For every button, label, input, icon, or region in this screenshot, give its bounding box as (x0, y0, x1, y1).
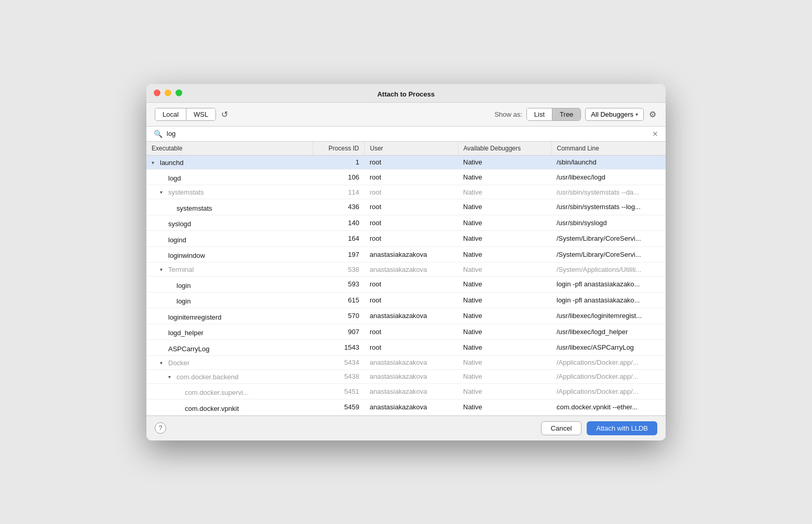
footer-actions: Cancel Attach with LLDB (541, 421, 657, 435)
exe-name: logd (168, 174, 181, 182)
local-wsl-group: Local WSL (155, 108, 216, 121)
debuggers-dropdown[interactable]: All Debuggers ▾ (585, 108, 644, 121)
cmdline-cell: login -pfl anastasiakazako... (551, 292, 666, 308)
debuggers-cell: Native (458, 185, 551, 199)
pid-cell: 114 (313, 185, 364, 199)
exe-cell: logind (146, 231, 313, 247)
maximize-button[interactable] (175, 90, 182, 96)
exe-name: systemstats (168, 188, 204, 196)
exe-cell: systemstats (146, 199, 313, 215)
search-input[interactable] (167, 130, 648, 137)
debuggers-cell: Native (458, 292, 551, 308)
table-row[interactable]: ▾launchd1rootNative/sbin/launchd (146, 155, 666, 169)
exe-name: logd_helper (168, 329, 204, 337)
exe-name: com.docker.supervi... (185, 389, 249, 396)
refresh-button[interactable]: ↺ (218, 108, 231, 120)
exe-cell: com.docker.supervi... (146, 383, 313, 399)
user-cell: root (364, 292, 458, 308)
clear-search-button[interactable]: ✕ (652, 130, 658, 138)
table-row[interactable]: syslogd140rootNative/usr/sbin/syslogd (146, 215, 666, 231)
debuggers-cell: Native (458, 169, 551, 185)
exe-name: systemstats (177, 204, 212, 212)
show-as-label: Show as: (494, 111, 522, 118)
dialog-title: Attach to Process (377, 90, 435, 98)
pid-cell: 197 (313, 246, 364, 263)
list-view-button[interactable]: List (527, 108, 552, 120)
pid-cell: 1 (313, 155, 364, 169)
table-row[interactable]: logd106rootNative/usr/libexec/logd (146, 169, 666, 185)
exe-cell: login (146, 277, 313, 293)
table-row[interactable]: systemstats436rootNative/usr/sbin/system… (146, 199, 666, 215)
debuggers-cell: Native (458, 383, 551, 399)
window-controls (154, 90, 182, 96)
exe-cell: login (146, 292, 313, 308)
table-row[interactable]: ASPCarryLog1543rootNative/usr/libexec/AS… (146, 340, 666, 356)
debuggers-cell: Native (458, 155, 551, 169)
pid-cell: 570 (313, 308, 364, 324)
expand-icon[interactable]: ▾ (152, 160, 158, 166)
settings-button[interactable]: ⚙ (648, 108, 657, 120)
cancel-button[interactable]: Cancel (541, 421, 581, 435)
table-row[interactable]: com.docker.supervi...5451anastasiakazako… (146, 383, 666, 399)
debuggers-cell: Native (458, 324, 551, 340)
exe-name: com.docker.backend (177, 373, 238, 381)
cmdline-cell: /usr/libexec/ASPCarryLog (551, 340, 666, 356)
expand-icon[interactable]: ▾ (160, 189, 166, 195)
search-icon: 🔍 (154, 130, 163, 138)
expand-icon[interactable]: ▾ (160, 360, 166, 366)
table-row[interactable]: logind164rootNative/System/Library/CoreS… (146, 231, 666, 247)
debuggers-cell: Native (458, 246, 551, 263)
search-bar: 🔍 ✕ (146, 127, 666, 142)
debuggers-cell: Native (458, 215, 551, 231)
exe-cell: ▾com.docker.backend (146, 369, 313, 383)
user-cell: anastasiakazakova (364, 383, 458, 399)
footer: ? Cancel Attach with LLDB (146, 416, 666, 440)
expand-icon[interactable]: ▾ (168, 374, 174, 380)
exe-cell: logd (146, 169, 313, 185)
cmdline-cell: /System/Library/CoreServi... (551, 246, 666, 263)
local-button[interactable]: Local (155, 108, 186, 120)
exe-cell: ASPCarryLog (146, 340, 313, 356)
debuggers-cell: Native (458, 277, 551, 293)
cmdline-cell: com.docker.vpnkit --ether... (551, 399, 666, 416)
user-cell: root (364, 185, 458, 199)
table-row[interactable]: login615rootNativelogin -pfl anastasiaka… (146, 292, 666, 308)
cmdline-cell: /usr/libexec/logd (551, 169, 666, 185)
exe-name: login (177, 282, 191, 289)
table-row[interactable]: ▾systemstats114rootNative/usr/sbin/syste… (146, 185, 666, 199)
minimize-button[interactable] (165, 90, 171, 96)
cmdline-cell: /usr/sbin/systemstats --log... (551, 199, 666, 215)
col-header-pid: Process ID (313, 142, 364, 156)
close-button[interactable] (154, 90, 160, 96)
exe-name: ASPCarryLog (168, 345, 209, 353)
table-row[interactable]: loginitemregisterd570anastasiakazakovaNa… (146, 308, 666, 324)
user-cell: root (364, 155, 458, 169)
table-row[interactable]: logd_helper907rootNative/usr/libexec/log… (146, 324, 666, 340)
exe-name: Terminal (168, 266, 194, 273)
tree-view-button[interactable]: Tree (552, 108, 580, 120)
exe-name: syslogd (168, 220, 191, 228)
exe-name: Docker (168, 359, 190, 367)
table-row[interactable]: com.docker.vpnkit5459anastasiakazakovaNa… (146, 399, 666, 416)
user-cell: root (364, 215, 458, 231)
attach-button[interactable]: Attach with LLDB (587, 421, 657, 435)
user-cell: anastasiakazakova (364, 246, 458, 263)
expand-icon[interactable]: ▾ (160, 267, 166, 272)
cmdline-cell: /usr/libexec/loginitemregist... (551, 308, 666, 324)
wsl-button[interactable]: WSL (186, 108, 215, 120)
table-row[interactable]: ▾com.docker.backend5438anastasiakazakova… (146, 369, 666, 383)
exe-cell: com.docker.vpnkit (146, 399, 313, 416)
help-button[interactable]: ? (155, 422, 166, 434)
table-row[interactable]: loginwindow197anastasiakazakovaNative/Sy… (146, 246, 666, 263)
debuggers-cell: Native (458, 399, 551, 416)
debuggers-cell: Native (458, 369, 551, 383)
debuggers-cell: Native (458, 308, 551, 324)
pid-cell: 1543 (313, 340, 364, 356)
exe-cell: loginwindow (146, 246, 313, 263)
table-row[interactable]: login593rootNativelogin -pfl anastasiaka… (146, 277, 666, 293)
table-row[interactable]: ▾Docker5434anastasiakazakovaNative/Appli… (146, 355, 666, 369)
table-row[interactable]: ▾Terminal538anastasiakazakovaNative/Syst… (146, 263, 666, 277)
cmdline-cell: login -pfl anastasiakazako... (551, 277, 666, 293)
pid-cell: 140 (313, 215, 364, 231)
exe-cell: ▾Docker (146, 355, 313, 369)
